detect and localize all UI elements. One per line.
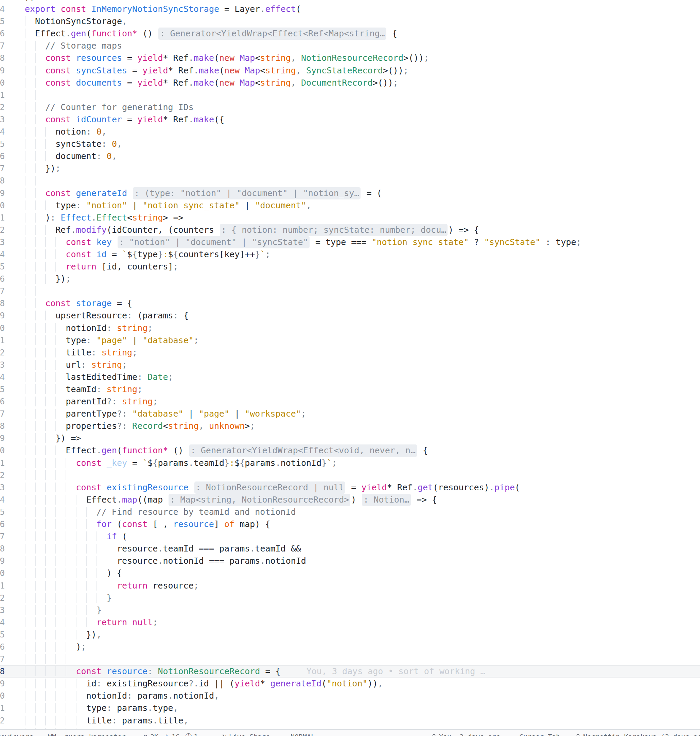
code-line[interactable]: 44 notion: 0, [0,126,700,138]
line-number[interactable]: 70 [0,444,5,457]
line-number[interactable]: 68 [0,420,5,432]
line-number[interactable]: 35 [0,15,5,28]
code-line[interactable]: 79 resource.notionId === params.notionId [0,555,700,567]
line-number[interactable]: 44 [0,126,5,138]
code-line[interactable]: 40 const documents = yield* Ref.make(new… [0,77,700,89]
line-number[interactable]: 59 [0,310,5,322]
code-line[interactable]: 57 [0,285,700,297]
code-line[interactable]: 36 Effect.gen(function* () : Generator<Y… [0,28,700,40]
code-editor[interactable]: 33);34export const InMemoryNotionSyncSto… [0,0,700,736]
line-number[interactable]: 48 [0,175,5,187]
line-number[interactable]: 64 [0,371,5,383]
code-line[interactable]: 67 parentType?: "database" | "page" | "w… [0,408,700,420]
code-line[interactable]: 47 }); [0,162,700,175]
code-line[interactable]: 49 const generateId : (type: "notion" | … [0,187,700,200]
code-line[interactable]: 71 const _key = `${params.teamId}:${para… [0,457,700,469]
line-number[interactable]: 82 [0,592,5,604]
code-line[interactable]: 62 title: string; [0,347,700,359]
code-line[interactable]: 77 if ( [0,530,700,543]
line-number[interactable]: 38 [0,52,5,64]
code-line[interactable]: 50 type: "notion" | "notion_sync_state" … [0,200,700,212]
code-line[interactable]: 69 }) => [0,432,700,444]
status-workspace[interactable]: WM: quera-karpenter [48,730,126,736]
code-line[interactable]: 82 } [0,592,700,604]
code-line[interactable]: 83 } [0,604,700,616]
code-line[interactable]: 90 notionId: params.notionId, [0,690,700,702]
line-number[interactable]: 79 [0,555,5,567]
status-problems[interactable]: ⊗ 2K ⚠ 16 ⓘ 1 [143,730,201,736]
code-line[interactable]: 84 return null; [0,616,700,629]
status-blame-user[interactable]: You, 3 days ago [431,730,500,736]
code-line[interactable]: 74 Effect.map((map : Map<string, NotionR… [0,494,700,506]
line-number[interactable]: 47 [0,162,5,175]
line-number[interactable]: 55 [0,261,5,273]
line-number[interactable]: 90 [0,690,5,702]
status-vim-mode[interactable]: NORMAL [291,730,315,736]
code-line[interactable]: 85 }), [0,629,700,641]
line-number[interactable]: 75 [0,506,5,518]
code-line[interactable]: 43 const idCounter = yield* Ref.make({ [0,113,700,126]
line-number[interactable]: 52 [0,224,5,236]
line-number[interactable]: 88 [0,665,5,677]
code-line[interactable]: 72 [0,469,700,482]
code-line[interactable]: 70 Effect.gen(function* () : Generator<Y… [0,444,700,457]
line-number[interactable]: 49 [0,187,5,200]
line-number[interactable]: 80 [0,567,5,579]
line-number[interactable]: 69 [0,432,5,444]
line-number[interactable]: 61 [0,334,5,347]
code-line[interactable]: 53 const key : "notion" | "document" | "… [0,236,700,248]
code-line[interactable]: 75 // Find resource by teamId and notion… [0,506,700,518]
line-number[interactable]: 66 [0,395,5,408]
line-number[interactable]: 73 [0,482,5,494]
code-line[interactable]: 64 lastEditedTime: Date; [0,371,700,383]
code-line[interactable]: 56 }); [0,273,700,285]
code-line[interactable]: 60 notionId: string; [0,322,700,334]
line-number[interactable]: 62 [0,347,5,359]
line-number[interactable]: 41 [0,89,5,101]
line-number[interactable]: 89 [0,677,5,690]
line-number[interactable]: 91 [0,702,5,714]
code-line[interactable]: 54 const id = `${type}:${counters[key]++… [0,248,700,261]
line-number[interactable]: 58 [0,297,5,310]
line-number[interactable]: 92 [0,715,5,727]
line-number[interactable]: 57 [0,285,5,297]
code-line[interactable]: 63 url: string; [0,359,700,371]
line-number[interactable]: 60 [0,322,5,334]
line-number[interactable]: 33 [0,0,5,3]
line-number[interactable]: 77 [0,530,5,543]
line-number[interactable]: 74 [0,494,5,506]
line-number[interactable]: 83 [0,604,5,616]
line-number[interactable]: 76 [0,518,5,530]
code-line[interactable]: 46 document: 0, [0,150,700,162]
line-number[interactable]: 50 [0,200,5,212]
line-number[interactable]: 56 [0,273,5,285]
code-line[interactable]: 58 const storage = { [0,297,700,310]
code-line[interactable]: 76 for (const [_, resource] of map) { [0,518,700,530]
line-number[interactable]: 72 [0,469,5,482]
code-line[interactable]: 37 // Storage maps [0,40,700,52]
code-line[interactable]: 66 parentId?: string; [0,395,700,408]
line-number[interactable]: 40 [0,77,5,89]
code-line[interactable]: 73 const existingResource : NotionResour… [0,482,700,494]
line-number[interactable]: 34 [0,3,5,15]
line-number[interactable]: 39 [0,65,5,77]
code-line[interactable]: 61 type: "page" | "database"; [0,334,700,347]
line-number[interactable]: 87 [0,653,5,665]
line-number[interactable]: 51 [0,212,5,224]
code-line[interactable]: 88 const resource: NotionResourceRecord … [0,665,700,677]
line-number[interactable]: 78 [0,543,5,555]
code-line[interactable]: 35 NotionSyncStorage, [0,15,700,28]
code-line[interactable]: 52 Ref.modify(idCounter, (counters : { n… [0,224,700,236]
line-number[interactable]: 85 [0,629,5,641]
code-line[interactable]: 42 // Counter for generating IDs [0,101,700,113]
status-collaborator[interactable]: Necmettin Karakaya (3 days ago) [575,730,700,736]
code-line[interactable]: 34export const InMemoryNotionSyncStorage… [0,3,700,15]
line-number[interactable]: 36 [0,28,5,40]
line-number[interactable]: 65 [0,383,5,395]
line-number[interactable]: 45 [0,138,5,150]
code-line[interactable]: 48 [0,175,700,187]
line-number[interactable]: 43 [0,113,5,126]
status-live-share[interactable]: ↻ Live Share [222,730,270,736]
line-number[interactable]: 53 [0,236,5,248]
code-line[interactable]: 87 [0,653,700,665]
